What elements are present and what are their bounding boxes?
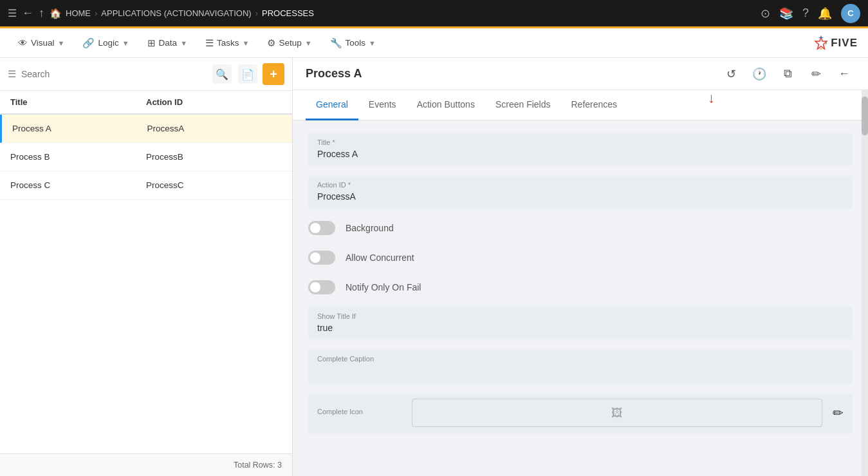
top-navigation: ☰ ← ↑ 🏠 HOME › APPLICATIONS (ACTIONNAVIG… — [0, 0, 868, 28]
search-button[interactable]: 🔍 — [212, 64, 232, 84]
connect-icon[interactable]: ⊙ — [761, 6, 770, 21]
tasks-icon: ☰ — [205, 37, 214, 49]
search-bar: ☰ 🔍 📄 + — [0, 58, 292, 91]
data-icon: ⊞ — [147, 37, 156, 49]
content-area: Process A ↺ 🕐 ⧉ ✏ ← General Events Actio… — [293, 58, 868, 476]
tab-screen-fields[interactable]: Screen Fields — [485, 90, 561, 120]
arrow-indicator: ↑ — [708, 91, 715, 108]
background-toggle[interactable] — [308, 221, 335, 235]
breadcrumb: 🏠 HOME › APPLICATIONS (ACTIONNAVIGATION)… — [50, 8, 314, 19]
form-content: Title * Process A Action ID * ProcessA B… — [293, 120, 868, 476]
tab-references[interactable]: References — [561, 90, 628, 120]
library-icon[interactable]: 📚 — [779, 6, 793, 21]
tab-events[interactable]: Events — [358, 90, 407, 120]
menu-data[interactable]: ⊞ Data ▼ — [140, 33, 195, 53]
notify-only-on-fail-toggle[interactable] — [308, 280, 335, 294]
menu-tasks[interactable]: ☰ Tasks ▼ — [198, 33, 257, 53]
background-label: Background — [346, 223, 394, 233]
five-brand-logo: FIVE — [813, 35, 858, 51]
edit-button[interactable]: ✏ — [805, 63, 827, 85]
user-avatar[interactable]: C — [841, 4, 860, 23]
sidebar: ☰ 🔍 📄 + Title Action ID Process A Proces… — [0, 58, 293, 476]
tab-action-buttons[interactable]: Action Buttons — [407, 90, 485, 120]
document-button[interactable]: 📄 — [238, 64, 257, 84]
allow-concurrent-label: Allow Concurrent — [346, 252, 414, 263]
title-value: Process A — [317, 149, 844, 159]
visual-icon: 👁 — [18, 37, 28, 48]
scrollbar-track[interactable] — [862, 90, 868, 476]
table-footer: Total Rows: 3 — [0, 453, 292, 476]
up-icon[interactable]: ↑ — [39, 6, 44, 20]
show-title-if-value: true — [317, 323, 844, 333]
menu-logic[interactable]: 🔗 Logic ▼ — [75, 33, 136, 53]
menu-visual[interactable]: 👁 Visual ▼ — [10, 33, 72, 52]
allow-concurrent-toggle[interactable] — [308, 251, 335, 265]
complete-icon-field: Complete Icon 🖼 ✏ — [308, 394, 853, 433]
menu-setup[interactable]: ⚙ Setup ▼ — [259, 33, 319, 53]
table-row[interactable]: Process C ProcessC — [0, 171, 292, 200]
tabs-bar: General Events Action Buttons Screen Fie… — [293, 90, 868, 120]
table-row[interactable]: Process A ProcessA — [0, 115, 292, 143]
menu-tools[interactable]: 🔧 Tools ▼ — [322, 33, 383, 53]
background-toggle-row: Background — [308, 218, 853, 238]
tab-general[interactable]: General — [306, 90, 358, 120]
page-title: Process A — [306, 67, 720, 81]
notify-only-on-fail-label: Notify Only On Fail — [346, 282, 421, 292]
complete-caption-field: Complete Caption — [308, 350, 853, 383]
breadcrumb-processes[interactable]: PROCESSES — [262, 8, 314, 18]
table-body: Process A ProcessA Process B ProcessB Pr… — [0, 115, 292, 453]
title-field: Title * Process A — [308, 133, 853, 166]
edit-icon-button[interactable]: ✏ — [833, 405, 844, 421]
revert-button[interactable]: ↺ — [720, 63, 742, 85]
svg-marker-0 — [815, 37, 827, 49]
action-id-field: Action ID * ProcessA — [308, 176, 853, 208]
menu-icon[interactable]: ☰ — [8, 7, 17, 19]
scrollbar-thumb[interactable] — [862, 97, 868, 135]
action-id-value: ProcessA — [317, 191, 844, 202]
col-header-title: Title — [10, 97, 146, 107]
search-input[interactable] — [21, 69, 207, 79]
copy-button[interactable]: ⧉ — [777, 63, 799, 85]
show-title-if-field: Show Title If true — [308, 307, 853, 339]
notifications-icon[interactable]: 🔔 — [818, 6, 832, 21]
history-button[interactable]: 🕐 — [748, 63, 770, 85]
allow-concurrent-toggle-row: Allow Concurrent — [308, 248, 853, 267]
menu-bar: 👁 Visual ▼ 🔗 Logic ▼ ⊞ Data ▼ ☰ Tasks ▼ … — [0, 28, 868, 58]
complete-caption-label: Complete Caption — [317, 355, 844, 363]
close-button[interactable]: ← — [833, 63, 855, 85]
complete-icon-label: Complete Icon — [317, 408, 363, 415]
complete-icon-picker[interactable]: 🖼 — [412, 399, 822, 427]
table-row[interactable]: Process B ProcessB — [0, 143, 292, 171]
action-id-label: Action ID * — [317, 181, 844, 189]
breadcrumb-home[interactable]: HOME — [66, 8, 91, 18]
add-record-button[interactable]: + — [263, 63, 284, 85]
back-icon[interactable]: ← — [22, 6, 33, 20]
table-header: Title Action ID — [0, 91, 292, 115]
logic-icon: 🔗 — [82, 37, 95, 49]
tools-icon: 🔧 — [330, 37, 342, 49]
five-logo-icon — [813, 35, 829, 51]
show-title-if-label: Show Title If — [317, 312, 844, 320]
breadcrumb-app[interactable]: APPLICATIONS (ACTIONNAVIGATION) — [101, 8, 251, 18]
help-icon[interactable]: ? — [802, 6, 809, 20]
notify-only-on-fail-toggle-row: Notify Only On Fail — [308, 278, 853, 297]
setup-icon: ⚙ — [267, 37, 275, 49]
complete-caption-value — [317, 365, 844, 377]
sidebar-filter-icon[interactable]: ☰ — [8, 68, 16, 80]
content-header: Process A ↺ 🕐 ⧉ ✏ ← — [293, 58, 868, 90]
col-header-action-id: Action ID — [146, 97, 282, 107]
image-placeholder-icon: 🖼 — [611, 406, 623, 420]
title-label: Title * — [317, 138, 844, 146]
header-actions: ↺ 🕐 ⧉ ✏ ← — [720, 63, 855, 85]
